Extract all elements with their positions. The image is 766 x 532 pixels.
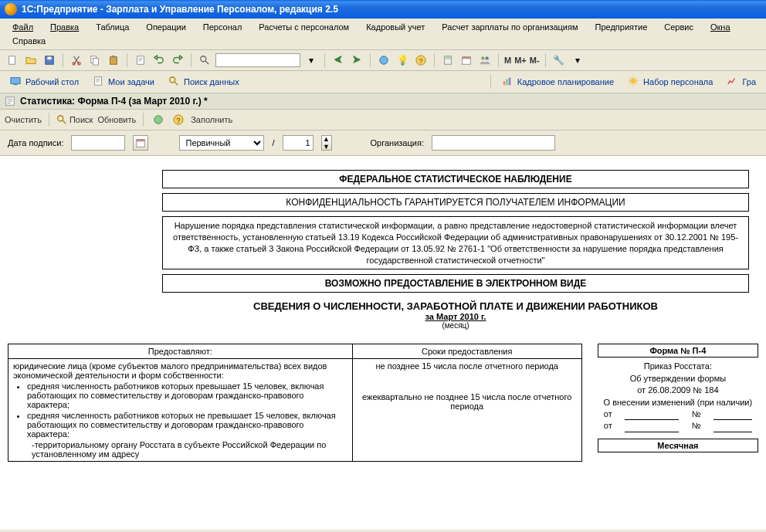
svg-rect-34 — [137, 140, 145, 142]
svg-rect-8 — [112, 56, 115, 58]
menu-help[interactable]: Справка — [5, 35, 53, 47]
svg-rect-24 — [503, 81, 506, 85]
main-menubar: Файл Правка Таблица Операции Персонал Ра… — [0, 19, 766, 50]
svg-rect-26 — [509, 78, 511, 86]
menu-service[interactable]: Сервис — [656, 21, 701, 33]
refresh-button[interactable]: Обновить — [97, 115, 136, 124]
users-icon[interactable] — [477, 53, 493, 68]
mem-mplus-button[interactable]: M+ — [514, 56, 527, 65]
magnifier-icon — [56, 114, 67, 125]
report-bottom-layout: Предоставляют: Сроки предоставления юрид… — [8, 344, 758, 462]
report-hint: (месяц) — [162, 321, 749, 330]
redo-icon[interactable] — [170, 53, 185, 68]
toolbar-separator — [434, 53, 435, 67]
toolbar-separator — [370, 53, 371, 67]
svg-point-23 — [170, 77, 175, 83]
menu-windows[interactable]: Окна — [703, 21, 738, 33]
menu-hr-records[interactable]: Кадровый учет — [358, 21, 432, 33]
menu-org-payroll[interactable]: Расчет зарплаты по организациям — [434, 21, 585, 33]
sign-date-field[interactable] — [71, 135, 125, 151]
svg-rect-9 — [137, 56, 144, 65]
svg-point-19 — [485, 56, 488, 59]
form-card-header: Форма № П-4 — [598, 344, 758, 357]
number-spinner[interactable]: ▲▼ — [321, 135, 332, 151]
open-folder-icon[interactable] — [23, 53, 39, 68]
report-main-title: СВЕДЕНИЯ О ЧИСЛЕННОСТИ, ЗАРАБОТНОЙ ПЛАТЕ… — [162, 300, 749, 312]
my-tasks-button[interactable]: Мои задачи — [87, 73, 160, 90]
action-icon[interactable] — [151, 112, 166, 127]
menu-personnel[interactable]: Персонал — [195, 21, 250, 33]
svg-point-18 — [481, 56, 484, 59]
app-title: 1С:Предприятие - Зарплата и Управление П… — [22, 4, 338, 15]
col2-cell: не позднее 15 числа после отчетного пери… — [352, 359, 581, 462]
svg-point-30 — [154, 116, 163, 124]
gra-button[interactable]: Гра — [721, 73, 761, 90]
sun-icon — [628, 76, 640, 88]
new-doc-icon[interactable] — [5, 53, 20, 68]
document-title: Статистика: Форма П-4 (за Март 2010 г.) … — [20, 96, 208, 107]
form-card: Форма № П-4 Приказ Росстата: Об утвержде… — [598, 344, 758, 462]
doc-type-combo[interactable]: Первичный — [179, 135, 264, 151]
toolbar-separator — [127, 53, 127, 67]
paste-icon[interactable] — [106, 53, 121, 68]
menu-edit[interactable]: Правка — [42, 21, 86, 33]
desktop-button[interactable]: Рабочий стол — [5, 73, 84, 90]
search-icon[interactable] — [197, 53, 212, 68]
form-card-body: Приказ Росстата: Об утверждении формы от… — [598, 357, 758, 435]
document-title-bar: Статистика: Форма П-4 (за Март 2010 г.) … — [0, 93, 766, 110]
dropdown-icon[interactable]: ▾ — [303, 53, 319, 68]
svg-rect-21 — [13, 84, 17, 86]
copy-icon[interactable] — [87, 53, 103, 68]
search-input[interactable] — [215, 53, 300, 67]
page-icon[interactable] — [133, 53, 148, 68]
nav-toolbar: Рабочий стол Мои задачи Поиск данных Кад… — [0, 71, 766, 93]
document-body[interactable]: ФЕДЕРАЛЬНОЕ СТАТИСТИЧЕСКОЕ НАБЛЮДЕНИЕ КО… — [0, 156, 766, 530]
fill-button[interactable]: Заполнить — [191, 115, 232, 124]
help-tip-icon[interactable]: 💡 — [395, 53, 410, 68]
slash-label: / — [272, 138, 274, 147]
doc-search-button[interactable]: Поиск — [56, 114, 93, 125]
menu-payroll-calc[interactable]: Расчеты с персоналом — [251, 21, 357, 33]
svg-rect-15 — [446, 57, 451, 59]
doc-number-field[interactable] — [283, 135, 314, 151]
mem-m-button[interactable]: M — [504, 56, 511, 65]
menu-enterprise[interactable]: Предприятие — [588, 21, 656, 33]
report-header-2: КОНФИДЕНЦИАЛЬНОСТЬ ГАРАНТИРУЕТСЯ ПОЛУЧАТ… — [162, 193, 749, 212]
save-icon[interactable] — [42, 53, 57, 68]
calc-icon[interactable] — [440, 53, 456, 68]
search-data-button[interactable]: Поиск данных — [163, 73, 245, 90]
nav-fwd-icon[interactable]: ⮞ — [349, 53, 364, 68]
globe-icon[interactable] — [376, 53, 391, 68]
menu-file[interactable]: Файл — [5, 21, 41, 33]
menu-operations[interactable]: Операции — [138, 21, 193, 33]
desktop-label: Рабочий стол — [25, 77, 79, 86]
svg-point-29 — [58, 116, 63, 121]
organization-field[interactable] — [432, 135, 555, 151]
dropdown-icon[interactable]: ▾ — [570, 53, 585, 68]
hr-planning-button[interactable]: Кадровое планирование — [497, 73, 619, 90]
svg-rect-22 — [95, 77, 102, 86]
recruitment-label: Набор персонала — [643, 77, 713, 86]
toolbar-separator — [545, 53, 546, 67]
col1-header: Предоставляют: — [8, 344, 353, 359]
toolbar-separator — [324, 53, 325, 67]
table-row: юридические лица (кроме субъектов малого… — [8, 359, 582, 462]
my-tasks-label: Мои задачи — [108, 77, 154, 86]
menu-table[interactable]: Таблица — [88, 21, 137, 33]
search-glass-icon — [168, 76, 181, 88]
window-titlebar: 1С:Предприятие - Зарплата и Управление П… — [0, 0, 766, 19]
clear-button[interactable]: Очистить — [5, 115, 42, 124]
mem-mminus-button[interactable]: M- — [530, 56, 540, 65]
gra-label: Гра — [742, 77, 756, 86]
help-icon[interactable]: ? — [413, 53, 429, 68]
recruitment-button[interactable]: Набор персонала — [622, 73, 718, 90]
calendar-picker-icon[interactable] — [133, 135, 148, 151]
nav-back-icon[interactable]: ⮜ — [330, 53, 346, 68]
cut-icon[interactable] — [69, 53, 84, 68]
main-toolbar: ▾ ⮜ ⮞ 💡 ? M M+ M- 🔧 ▾ — [0, 50, 766, 71]
help-icon[interactable]: ? — [171, 112, 186, 127]
svg-text:?: ? — [177, 117, 181, 124]
calendar-icon[interactable] — [459, 53, 474, 68]
wrench-icon[interactable]: 🔧 — [551, 53, 567, 68]
undo-icon[interactable] — [151, 53, 167, 68]
